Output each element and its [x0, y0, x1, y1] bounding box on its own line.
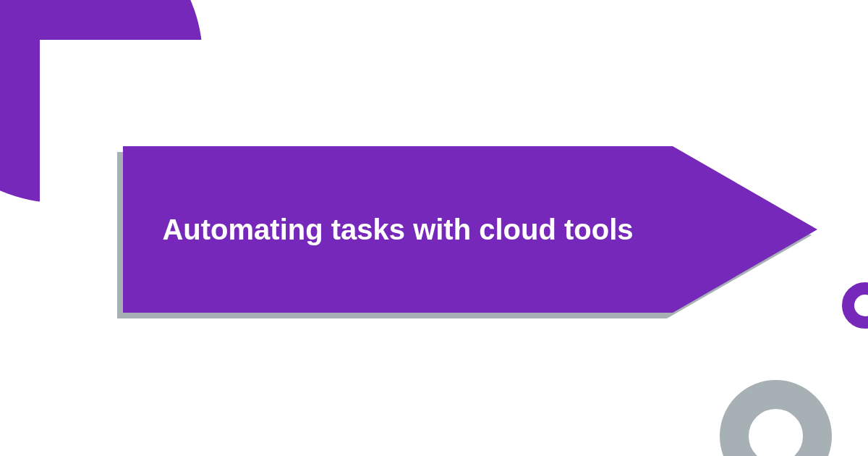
title-text: Automating tasks with cloud tools: [123, 146, 673, 313]
title-arrow-banner: Automating tasks with cloud tools: [123, 146, 817, 313]
gray-ring-decoration: [720, 380, 832, 456]
purple-ring-decoration: [842, 282, 868, 329]
